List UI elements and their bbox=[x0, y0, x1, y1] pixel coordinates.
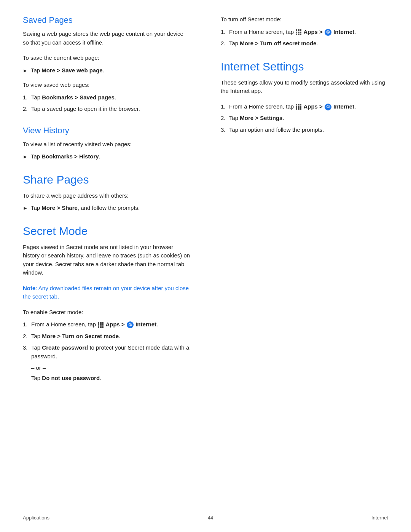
saved-pages-intro: Saving a web page stores the web page co… bbox=[23, 30, 190, 47]
view-steps-list: 1. Tap Bookmarks > Saved pages. 2. Tap a… bbox=[23, 93, 190, 113]
view-step-2: 2. Tap a saved page to open it in the br… bbox=[23, 105, 190, 113]
view-history-intro: To view a list of recently visited web p… bbox=[23, 140, 190, 149]
or-divider: – or – bbox=[31, 364, 190, 371]
page-footer: Applications 44 Internet bbox=[0, 515, 411, 521]
turn-off-step-num-1: 1. bbox=[221, 28, 229, 37]
enable-intro: To enable Secret mode: bbox=[23, 308, 190, 317]
enable-step-1-text: From a Home screen, tap Apps > ① Interne… bbox=[31, 320, 158, 329]
inet-step-2: 2. Tap More > Settings. bbox=[221, 114, 388, 123]
save-bullet-text: Tap More > Save web page. bbox=[31, 66, 104, 75]
enable-step-num-2: 2. bbox=[23, 332, 31, 341]
footer-right: Internet bbox=[371, 515, 388, 521]
inet-step-num-2: 2. bbox=[221, 114, 229, 123]
share-pages-section: Share Pages To share a web page address … bbox=[23, 173, 190, 212]
turn-off-step-2-text: Tap More > Turn off secret mode. bbox=[229, 39, 318, 48]
turn-off-steps-list: 1. From a Home screen, tap Apps > ① Inte… bbox=[221, 28, 388, 48]
internet-app-icon: ① bbox=[127, 321, 134, 328]
share-pages-intro: To share a web page address with others: bbox=[23, 192, 190, 200]
saved-pages-heading: Saved Pages bbox=[23, 15, 190, 25]
view-history-section: View History To view a list of recently … bbox=[23, 126, 190, 161]
right-column: To turn off Secret mode: 1. From a Home … bbox=[206, 15, 388, 395]
enable-step-2: 2. Tap More > Turn on Secret mode. bbox=[23, 332, 190, 341]
secret-mode-note: Note: Any downloaded files remain on you… bbox=[23, 284, 190, 301]
secret-mode-heading: Secret Mode bbox=[23, 225, 190, 238]
step-num-2: 2. bbox=[23, 105, 31, 113]
bullet-arrow-icon: ► bbox=[23, 204, 28, 212]
view-step-1-text: Tap Bookmarks > Saved pages. bbox=[31, 93, 116, 102]
secret-mode-intro: Pages viewed in Secret mode are not list… bbox=[23, 243, 190, 277]
turn-off-intro: To turn off Secret mode: bbox=[221, 15, 388, 24]
history-bullet: ► Tap Bookmarks > History. bbox=[23, 152, 190, 161]
internet-app-icon: ① bbox=[325, 104, 331, 110]
inet-step-1: 1. From a Home screen, tap Apps > ① Inte… bbox=[221, 102, 388, 111]
turn-off-step-1: 1. From a Home screen, tap Apps > ① Inte… bbox=[221, 28, 388, 37]
no-password-text: Tap Do not use password. bbox=[31, 374, 190, 383]
view-instruction: To view saved web pages: bbox=[23, 81, 190, 89]
save-bullet: ► Tap More > Save web page. bbox=[23, 66, 190, 75]
step-num-1: 1. bbox=[23, 93, 31, 102]
apps-grid-icon bbox=[296, 104, 301, 110]
share-bullet: ► Tap More > Share, and follow the promp… bbox=[23, 204, 190, 212]
enable-step-3-text: Tap Create password to protect your Secr… bbox=[31, 343, 190, 361]
save-instruction: To save the current web page: bbox=[23, 54, 190, 62]
enable-step-num-1: 1. bbox=[23, 320, 31, 329]
inet-step-3-text: Tap an option and follow the prompts. bbox=[229, 126, 324, 134]
enable-step-2-text: Tap More > Turn on Secret mode. bbox=[31, 332, 120, 341]
enable-step-1: 1. From a Home screen, tap Apps > ① Inte… bbox=[23, 320, 190, 329]
apps-grid-icon bbox=[296, 29, 301, 35]
turn-off-step-2: 2. Tap More > Turn off secret mode. bbox=[221, 39, 388, 48]
left-column: Saved Pages Saving a web page stores the… bbox=[23, 15, 206, 395]
internet-settings-section: Internet Settings These settings allow y… bbox=[221, 60, 388, 134]
inet-step-3: 3. Tap an option and follow the prompts. bbox=[221, 126, 388, 134]
turn-off-step-1-text: From a Home screen, tap Apps > ① Interne… bbox=[229, 28, 356, 37]
internet-settings-steps-list: 1. From a Home screen, tap Apps > ① Inte… bbox=[221, 102, 388, 134]
secret-mode-section: Secret Mode Pages viewed in Secret mode … bbox=[23, 225, 190, 383]
internet-settings-intro: These settings allow you to modify setti… bbox=[221, 78, 388, 96]
internet-app-icon: ① bbox=[325, 29, 331, 36]
internet-settings-heading: Internet Settings bbox=[221, 60, 388, 73]
footer-center: 44 bbox=[208, 515, 213, 521]
view-history-heading: View History bbox=[23, 126, 190, 136]
bullet-arrow-icon: ► bbox=[23, 153, 28, 161]
view-step-1: 1. Tap Bookmarks > Saved pages. bbox=[23, 93, 190, 102]
share-bullet-text: Tap More > Share, and follow the prompts… bbox=[31, 204, 140, 212]
turn-off-step-num-2: 2. bbox=[221, 39, 229, 48]
share-pages-heading: Share Pages bbox=[23, 173, 190, 186]
history-bullet-text: Tap Bookmarks > History. bbox=[31, 152, 100, 161]
inet-step-1-text: From a Home screen, tap Apps > ① Interne… bbox=[229, 102, 356, 111]
inet-step-2-text: Tap More > Settings. bbox=[229, 114, 284, 123]
apps-grid-icon bbox=[98, 322, 104, 328]
inet-step-num-1: 1. bbox=[221, 102, 229, 111]
footer-left: Applications bbox=[23, 515, 49, 521]
enable-steps-list: 1. From a Home screen, tap Apps > ① Inte… bbox=[23, 320, 190, 361]
enable-step-3: 3. Tap Create password to protect your S… bbox=[23, 343, 190, 361]
turn-off-section: To turn off Secret mode: 1. From a Home … bbox=[221, 15, 388, 48]
inet-step-num-3: 3. bbox=[221, 126, 229, 134]
view-step-2-text: Tap a saved page to open it in the brows… bbox=[31, 105, 140, 113]
enable-step-num-3: 3. bbox=[23, 343, 31, 352]
saved-pages-section: Saved Pages Saving a web page stores the… bbox=[23, 15, 190, 113]
bullet-arrow-icon: ► bbox=[23, 67, 28, 75]
